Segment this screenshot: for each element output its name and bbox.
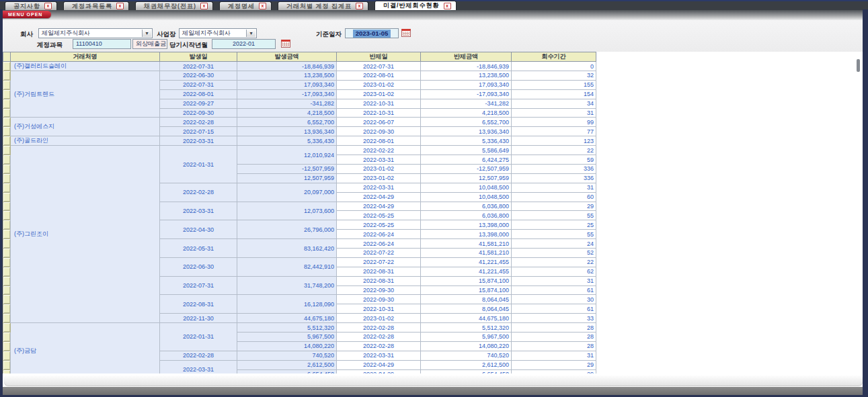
settle-date-cell[interactable]: 2022-04-29 bbox=[337, 369, 421, 373]
period-input[interactable]: 2022-01 bbox=[212, 39, 276, 49]
occur-amount-cell[interactable]: 5,512,320 bbox=[237, 323, 337, 333]
recovery-days-cell[interactable]: 34 bbox=[512, 99, 596, 108]
row-selector[interactable] bbox=[3, 136, 11, 146]
row-selector[interactable] bbox=[3, 230, 11, 239]
occur-date-cell[interactable]: 2022-08-01 bbox=[160, 89, 237, 99]
recovery-days-cell[interactable]: 28 bbox=[512, 333, 596, 342]
settle-amount-cell[interactable]: 15,874,100 bbox=[421, 285, 512, 295]
occur-amount-cell[interactable]: 20,097,000 bbox=[237, 183, 337, 202]
settle-date-cell[interactable]: 2022-08-01 bbox=[337, 71, 421, 81]
occur-amount-cell[interactable]: 6,654,450 bbox=[237, 369, 337, 373]
settle-amount-cell[interactable]: 14,080,220 bbox=[421, 341, 512, 351]
occur-amount-cell[interactable]: 12,073,600 bbox=[237, 202, 337, 220]
tab-close-icon[interactable]: x bbox=[44, 3, 52, 9]
occur-amount-cell[interactable]: -18,846,939 bbox=[237, 62, 337, 71]
occur-date-cell[interactable]: 2022-02-28 bbox=[160, 183, 237, 202]
occur-amount-cell[interactable]: -341,282 bbox=[237, 99, 337, 108]
occur-amount-cell[interactable]: -12,507,959 bbox=[237, 165, 337, 174]
recovery-days-cell[interactable]: 22 bbox=[512, 146, 596, 155]
row-selector[interactable] bbox=[3, 351, 11, 360]
recovery-days-cell[interactable]: 24 bbox=[512, 239, 596, 249]
settle-amount-cell[interactable]: 740,520 bbox=[421, 351, 512, 360]
chevron-down-icon[interactable]: ▾ bbox=[246, 30, 255, 37]
occur-amount-cell[interactable]: 16,128,090 bbox=[237, 295, 337, 314]
occur-amount-cell[interactable]: 12,010,924 bbox=[237, 146, 337, 165]
settle-amount-cell[interactable]: 2,612,500 bbox=[421, 360, 512, 369]
row-selector[interactable] bbox=[3, 165, 11, 174]
recovery-days-cell[interactable]: 55 bbox=[512, 230, 596, 239]
recovery-days-cell[interactable]: 33 bbox=[512, 314, 596, 323]
customer-cell[interactable]: (주)금담 bbox=[11, 323, 160, 373]
customer-cell[interactable]: (주)골드라인 bbox=[11, 136, 160, 146]
settle-date-cell[interactable]: 2022-05-25 bbox=[337, 211, 421, 220]
settle-date-cell[interactable]: 2022-10-31 bbox=[337, 108, 421, 118]
settle-amount-cell[interactable]: 13,398,000 bbox=[421, 230, 512, 239]
row-selector[interactable] bbox=[3, 304, 11, 314]
recovery-days-cell[interactable]: 31 bbox=[512, 276, 596, 285]
occur-date-cell[interactable]: 2022-09-27 bbox=[160, 99, 237, 108]
recovery-days-cell[interactable]: 29 bbox=[512, 369, 596, 373]
occur-date-cell[interactable]: 2022-05-31 bbox=[160, 239, 237, 258]
occur-amount-cell[interactable]: 83,162,420 bbox=[237, 239, 337, 258]
settle-date-cell[interactable]: 2023-01-02 bbox=[337, 80, 421, 89]
recovery-days-cell[interactable]: 22 bbox=[512, 257, 596, 267]
settle-amount-cell[interactable]: 15,874,100 bbox=[421, 276, 512, 285]
tab-close-icon[interactable]: x bbox=[200, 3, 208, 9]
recovery-days-cell[interactable]: 59 bbox=[512, 155, 596, 165]
row-selector[interactable] bbox=[3, 71, 11, 81]
occur-date-cell[interactable]: 2022-08-31 bbox=[160, 295, 237, 314]
company-select[interactable]: 제일제지주식회사 ▾ bbox=[38, 28, 153, 38]
settle-amount-cell[interactable]: 10,048,500 bbox=[421, 192, 512, 202]
settle-date-cell[interactable]: 2022-09-30 bbox=[337, 127, 421, 136]
row-selector[interactable] bbox=[3, 257, 11, 267]
recovery-days-cell[interactable]: 61 bbox=[512, 285, 596, 295]
settle-date-cell[interactable]: 2022-07-31 bbox=[337, 62, 421, 71]
settle-date-cell[interactable]: 2022-02-28 bbox=[337, 323, 421, 333]
occur-date-cell[interactable]: 2022-03-31 bbox=[160, 136, 237, 146]
occur-amount-cell[interactable]: 740,520 bbox=[237, 351, 337, 360]
settle-date-cell[interactable]: 2023-01-02 bbox=[337, 173, 421, 183]
settle-date-cell[interactable]: 2022-06-07 bbox=[337, 118, 421, 127]
menu-open-button[interactable]: MENU OPEN bbox=[3, 11, 51, 18]
tab-notice[interactable]: 공지사항x bbox=[5, 1, 57, 10]
settle-amount-cell[interactable]: 10,048,500 bbox=[421, 183, 512, 192]
settle-amount-cell[interactable]: 12,507,959 bbox=[421, 173, 512, 183]
recovery-days-cell[interactable]: 99 bbox=[512, 118, 596, 127]
settle-amount-cell[interactable]: 41,581,210 bbox=[421, 249, 512, 258]
settle-date-cell[interactable]: 2022-07-22 bbox=[337, 249, 421, 258]
recovery-days-cell[interactable]: 28 bbox=[512, 341, 596, 351]
settle-amount-cell[interactable]: -18,846,939 bbox=[421, 62, 512, 71]
occur-amount-cell[interactable]: 13,238,500 bbox=[237, 71, 337, 81]
tab-account-register[interactable]: 계정과목등록x bbox=[63, 1, 129, 10]
row-selector[interactable] bbox=[3, 295, 11, 304]
customer-cell[interactable]: (주)거성에스지 bbox=[11, 118, 160, 136]
row-selector[interactable] bbox=[3, 192, 11, 202]
recovery-days-cell[interactable]: 61 bbox=[512, 304, 596, 314]
occur-amount-cell[interactable]: 5,967,500 bbox=[237, 333, 337, 342]
occur-amount-cell[interactable]: 82,442,910 bbox=[237, 257, 337, 276]
recovery-days-cell[interactable]: 29 bbox=[512, 360, 596, 369]
tab-receivable-ledger[interactable]: 채권채무장(전표)x bbox=[135, 1, 213, 10]
settle-amount-cell[interactable]: 8,064,045 bbox=[421, 295, 512, 304]
occur-date-cell[interactable]: 2022-09-30 bbox=[160, 108, 237, 118]
row-selector[interactable] bbox=[3, 146, 11, 155]
settle-date-cell[interactable]: 2022-02-22 bbox=[337, 146, 421, 155]
occur-amount-cell[interactable]: 26,796,000 bbox=[237, 220, 337, 239]
occur-amount-cell[interactable]: 12,507,959 bbox=[237, 173, 337, 183]
calendar-icon[interactable] bbox=[281, 40, 290, 48]
row-selector[interactable] bbox=[3, 323, 11, 333]
settle-amount-cell[interactable]: 17,093,340 bbox=[421, 80, 512, 89]
tab-customer-account-summary[interactable]: 거래처별 계정 집계표x bbox=[278, 1, 368, 10]
occur-amount-cell[interactable]: 2,612,500 bbox=[237, 360, 337, 369]
settle-amount-cell[interactable]: 8,064,045 bbox=[421, 304, 512, 314]
settle-date-cell[interactable]: 2022-03-31 bbox=[337, 351, 421, 360]
tab-account-detail[interactable]: 계정명세x bbox=[219, 1, 272, 10]
recovery-days-cell[interactable]: 0 bbox=[512, 62, 596, 71]
row-selector[interactable] bbox=[3, 239, 11, 249]
row-selector[interactable] bbox=[3, 267, 11, 276]
settle-date-cell[interactable]: 2022-06-24 bbox=[337, 239, 421, 249]
occur-date-cell[interactable]: 2022-01-31 bbox=[160, 146, 237, 183]
row-selector[interactable] bbox=[3, 173, 11, 183]
customer-cell[interactable]: (주)거림트렌드 bbox=[11, 71, 160, 118]
row-selector[interactable] bbox=[3, 99, 11, 108]
